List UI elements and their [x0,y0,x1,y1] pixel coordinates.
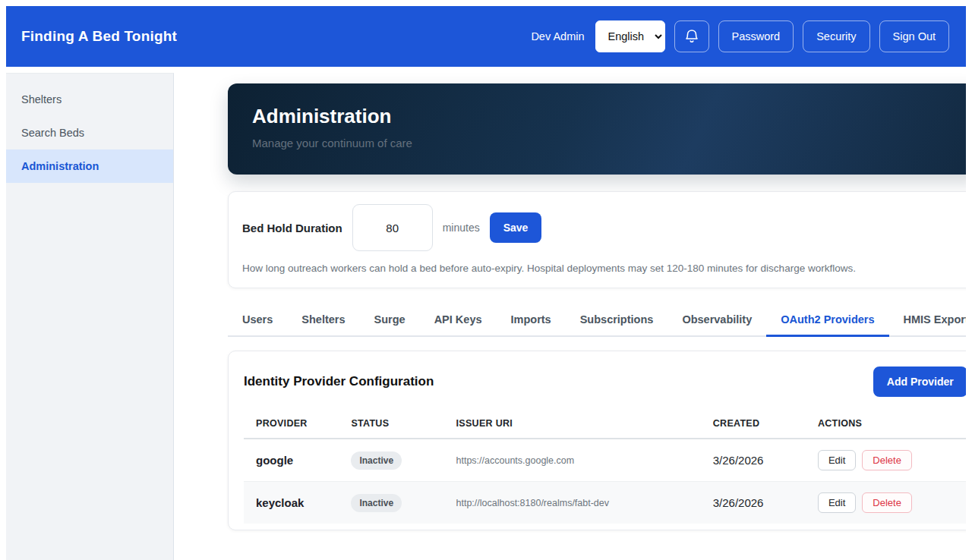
identity-provider-header: Identity Provider Configuration Add Prov… [244,367,966,397]
security-button[interactable]: Security [803,20,869,52]
bed-hold-row: Bed Hold Duration minutes Save [242,204,966,251]
sidebar-item-shelters[interactable]: Shelters [6,83,173,116]
identity-provider-title: Identity Provider Configuration [244,374,434,389]
status-badge: Inactive [351,451,402,470]
password-button[interactable]: Password [718,20,794,52]
row-actions: Edit Delete [818,450,961,470]
app-brand: Finding A Bed Tonight [21,28,177,45]
tab-surge[interactable]: Surge [360,305,420,337]
tab-users[interactable]: Users [228,305,287,337]
bed-hold-duration-card: Bed Hold Duration minutes Save How long … [228,191,966,288]
page-subtitle: Manage your continuum of care [252,137,959,149]
save-button[interactable]: Save [490,212,542,243]
bed-hold-label: Bed Hold Duration [242,222,342,234]
sidebar-item-search-beds[interactable]: Search Beds [6,116,173,149]
provider-name: keycloak [244,482,345,524]
tab-oauth2-providers[interactable]: OAuth2 Providers [766,305,888,337]
administration-hero: Administration Manage your continuum of … [228,83,966,175]
tab-hmis-export[interactable]: HMIS Export [889,305,966,337]
status-badge: Inactive [351,494,402,512]
tab-subscriptions[interactable]: Subscriptions [566,305,668,337]
sidebar: Shelters Search Beds Administration [6,73,174,560]
issuer-uri: https://accounts.google.com [450,439,707,482]
tab-observability[interactable]: Observability [667,305,766,337]
language-select[interactable]: English [595,20,665,52]
bed-hold-minutes-input[interactable] [352,204,433,251]
tab-imports[interactable]: Imports [497,305,566,337]
edit-button[interactable]: Edit [818,450,856,470]
add-provider-button[interactable]: Add Provider [873,367,966,397]
top-navbar: Finding A Bed Tonight Dev Admin English … [6,6,966,67]
issuer-uri: http://localhost:8180/realms/fabt-dev [450,482,707,524]
provider-name: google [244,439,345,482]
column-header-provider: PROVIDER [244,412,345,439]
column-header-status: STATUS [345,412,450,439]
sign-out-button[interactable]: Sign Out [879,20,949,52]
table-row: keycloak Inactive http://localhost:8180/… [244,482,966,524]
providers-table: PROVIDER STATUS ISSUER URI CREATED ACTIO… [244,412,966,524]
created-date: 3/26/2026 [707,439,812,482]
delete-button[interactable]: Delete [862,450,912,470]
page-layout: Shelters Search Beds Administration Admi… [6,73,966,560]
sidebar-item-administration[interactable]: Administration [6,149,173,183]
edit-button[interactable]: Edit [818,492,856,513]
identity-provider-card: Identity Provider Configuration Add Prov… [228,351,966,530]
table-header-row: PROVIDER STATUS ISSUER URI CREATED ACTIO… [244,412,966,439]
notifications-button[interactable] [674,20,709,52]
delete-button[interactable]: Delete [862,492,912,513]
row-actions: Edit Delete [818,492,961,513]
created-date: 3/26/2026 [707,482,812,524]
current-user-label: Dev Admin [531,30,584,42]
bed-hold-help-text: How long outreach workers can hold a bed… [242,263,966,274]
navbar-right-group: Dev Admin English Password Security Sign… [531,20,949,52]
admin-tabs: Users Shelters Surge API Keys Imports Su… [228,305,966,337]
bell-icon [685,29,699,44]
column-header-issuer-uri: ISSUER URI [450,412,707,439]
tab-shelters[interactable]: Shelters [287,305,359,337]
tab-api-keys[interactable]: API Keys [420,305,497,337]
column-header-created: CREATED [707,412,812,439]
table-row: google Inactive https://accounts.google.… [244,439,966,482]
bed-hold-unit-label: minutes [443,222,480,234]
main-content: Administration Manage your continuum of … [174,73,966,560]
page-title: Administration [252,105,959,128]
column-header-actions: ACTIONS [812,412,966,439]
